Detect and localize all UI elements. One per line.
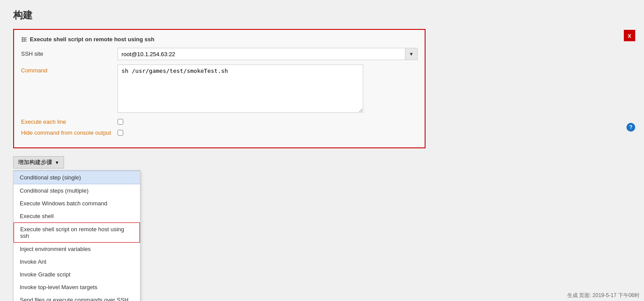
add-step-chevron: ▼ [55,160,59,165]
svg-rect-2 [21,41,27,42]
add-step-section: 增加构建步骤 ▼ Conditional step (single)Condit… [13,156,631,301]
dropdown-item-invoke-ant[interactable]: Invoke Ant [14,255,140,268]
panel-header-text: Execute shell script on remote host usin… [30,36,154,43]
command-row: Command sh /usr/games/test/smokeTest.sh [21,64,418,114]
dropdown-item-invoke-gradle[interactable]: Invoke Gradle script [14,268,140,281]
command-textarea[interactable]: sh /usr/games/test/smokeTest.sh [118,64,363,113]
execute-each-line-label: Execute each line [21,118,118,125]
dropdown-item-execute-ssh[interactable]: Execute shell script on remote host usin… [14,222,140,243]
ssh-site-control: ▼ [118,48,418,60]
bottom-bar-text: 生成 页面: 2019-5-17 下午06时 [567,292,640,298]
hide-command-row: Hide command from console output [21,129,418,136]
dropdown-item-conditional-multiple[interactable]: Conditional steps (multiple) [14,184,140,197]
drag-handle-icon [21,36,27,43]
execute-each-line-row: Execute each line [21,118,418,125]
hide-command-label: Hide command from console output [21,129,118,136]
command-control: sh /usr/games/test/smokeTest.sh [118,64,418,114]
ssh-panel: Execute shell script on remote host usin… [13,29,426,148]
close-button[interactable]: x [624,30,635,41]
panel-header: Execute shell script on remote host usin… [21,36,418,43]
dropdown-item-conditional-single[interactable]: Conditional step (single) [14,171,140,184]
dropdown-item-execute-shell[interactable]: Execute shell [14,210,140,222]
help-icon[interactable]: ? [626,123,635,132]
page-title: 构建 [13,9,631,22]
ssh-site-row: SSH site ▼ [21,48,418,60]
dropdown-item-execute-windows-batch[interactable]: Execute Windows batch command [14,197,140,210]
command-label: Command [21,64,118,74]
ssh-site-label: SSH site [21,48,118,57]
execute-each-line-checkbox[interactable] [118,119,123,125]
svg-rect-1 [21,39,27,40]
svg-rect-0 [21,37,27,38]
bottom-bar: 生成 页面: 2019-5-17 下午06时 [563,290,644,301]
dropdown-item-send-files-ssh[interactable]: Send files or execute commands over SSH [14,294,140,301]
dropdown-item-inject-env[interactable]: Inject environment variables [14,243,140,255]
page-wrapper: 构建 x ? Execute shell script on remote ho… [0,0,644,301]
add-step-label: 增加构建步骤 [18,158,52,166]
dropdown-item-invoke-maven[interactable]: Invoke top-level Maven targets [14,281,140,294]
ssh-site-input[interactable] [118,48,405,60]
hide-command-checkbox[interactable] [118,130,123,136]
add-step-button[interactable]: 增加构建步骤 ▼ [13,156,64,168]
add-step-dropdown: Conditional step (single)Conditional ste… [13,170,140,301]
ssh-site-dropdown-arrow[interactable]: ▼ [405,48,418,60]
